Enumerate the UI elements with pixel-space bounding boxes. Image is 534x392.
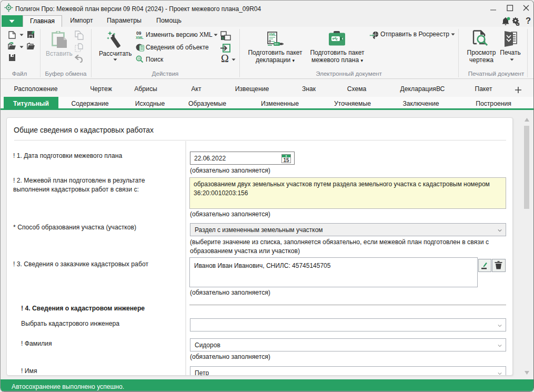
svg-text:15: 15 (283, 157, 289, 163)
svg-text:XML: XML (269, 33, 276, 36)
svg-text:S: S (221, 36, 224, 40)
svg-text:19: 19 (138, 57, 141, 60)
svg-text:XML: XML (136, 36, 144, 39)
